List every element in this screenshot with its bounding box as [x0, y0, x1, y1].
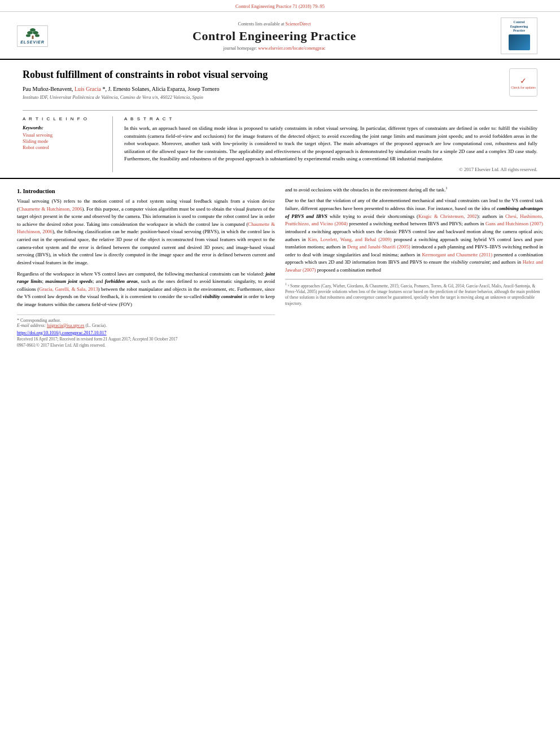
- svg-point-2: [33, 31, 38, 34]
- article-title: Robust fulfillment of constraints in rob…: [23, 68, 509, 81]
- svg-point-1: [27, 31, 33, 34]
- journal-header-center: Contents lists available at ScienceDirec…: [48, 21, 501, 51]
- elsevier-logo: ELSEVIER: [17, 25, 48, 47]
- article-area: Robust fulfillment of constraints in rob…: [0, 60, 560, 179]
- journal-citation: Control Engineering Practice 71 (2018) 7…: [235, 3, 325, 9]
- intro-para2: Regardless of the workspace in where VS …: [17, 270, 275, 309]
- email-who: (L. Gracia).: [85, 323, 107, 328]
- ref-deng[interactable]: Deng and Janabi-Sharifi (2005): [347, 244, 410, 250]
- logo-line3: Practice: [509, 29, 530, 33]
- logo-graphic: [509, 34, 530, 50]
- homepage-label: journal homepage:: [223, 46, 257, 51]
- contents-available: Contents lists available at ScienceDirec…: [59, 21, 489, 27]
- svg-point-0: [30, 28, 36, 32]
- sciencedirect-link[interactable]: ScienceDirect: [286, 21, 311, 27]
- received-line: Received 16 April 2017; Received in revi…: [17, 337, 275, 342]
- logo-line2: Engineering: [509, 25, 530, 29]
- journal-header-left: ELSEVIER: [17, 25, 48, 47]
- footnote-area: 1 ¹ Some approaches (Cazy, Wieber, Giord…: [285, 279, 543, 307]
- col-left: 1. Introduction Visual servoing (VS) ref…: [17, 186, 275, 348]
- article-authors: Pau Muñoz-Benavent, Luis Gracia *, J. Er…: [23, 86, 509, 92]
- page-container: Control Engineering Practice 71 (2018) 7…: [0, 0, 560, 747]
- doi-line: https://doi.org/10.1016/j.conengprac.201…: [17, 330, 275, 335]
- journal-logo-box: Control Engineering Practice: [501, 18, 537, 54]
- top-bar: Control Engineering Practice 71 (2018) 7…: [0, 0, 560, 12]
- check-updates-label: Check for updates: [511, 86, 536, 89]
- section1-heading: 1. Introduction: [17, 188, 275, 194]
- abstract-text: In this work, an approach based on slidi…: [124, 125, 537, 163]
- corresponding-author-note: * Corresponding author. E-mail address: …: [17, 314, 275, 328]
- ref-chaumette-link[interactable]: Chaumette & Hutchinson, 2006: [19, 206, 82, 212]
- article-info: A R T I C L E I N F O Keywords: Visual s…: [23, 116, 113, 172]
- copyright-line: © 2017 Elsevier Ltd. All rights reserved…: [124, 167, 537, 172]
- keyword-2: Sliding mode: [23, 138, 104, 144]
- article-info-abstract: A R T I C L E I N F O Keywords: Visual s…: [23, 110, 537, 172]
- intro-para-right1: and to avoid occlusions with the obstacl…: [285, 186, 543, 194]
- email-label: E-mail address:: [17, 323, 46, 328]
- keyword-1: Visual servoing: [23, 132, 104, 138]
- footnote-content: ¹ Some approaches (Cazy, Wieber, Giordan…: [285, 283, 540, 306]
- main-body: 1. Introduction Visual servoing (VS) ref…: [0, 179, 560, 353]
- svg-rect-5: [32, 36, 33, 39]
- ref-gracia-link[interactable]: Gracia, Garelli, & Sala, 2013: [39, 286, 98, 292]
- contents-label: Contents lists available at: [238, 21, 285, 27]
- journal-title: Control Engineering Practice: [59, 29, 489, 43]
- elsevier-tree-icon: [24, 28, 41, 40]
- corr-label: * Corresponding author.: [17, 318, 275, 323]
- ref-gans[interactable]: Gans and Hutchinson (2007): [485, 221, 543, 226]
- intro-para-right2: Due to the fact that the violation of an…: [285, 197, 543, 274]
- elsevier-brand-text: ELSEVIER: [20, 40, 45, 44]
- article-info-label: A R T I C L E I N F O: [23, 116, 104, 121]
- doi-link[interactable]: https://doi.org/10.1016/j.conengprac.201…: [17, 330, 107, 335]
- email-link[interactable]: luigracia@isa.upv.es: [47, 323, 84, 328]
- ref-kermorgant[interactable]: Kermorgant and Chaumette (2011): [422, 252, 493, 257]
- ref-hafez[interactable]: Hafez and Jawahar (2007): [285, 259, 543, 273]
- author-gracia-link[interactable]: Luis Gracia: [75, 86, 101, 92]
- logo-line1: Control: [509, 20, 530, 25]
- abstract-section: A B S T R A C T In this work, an approac…: [124, 116, 537, 172]
- footnote-text: 1 ¹ Some approaches (Cazy, Wieber, Giord…: [285, 282, 543, 307]
- ref-chaumette2-link[interactable]: Chaumette & Hutchinson, 2006: [17, 221, 275, 235]
- journal-header: ELSEVIER Contents lists available at Sci…: [0, 12, 560, 60]
- keywords-label: Keywords:: [23, 125, 104, 130]
- homepage-url[interactable]: www.elsevier.com/locate/conengprac: [258, 46, 325, 51]
- article-affiliation: Instituto IDF, Universitat Politècnica d…: [23, 94, 509, 100]
- svg-point-3: [26, 34, 30, 37]
- check-updates-badge: ✓ Check for updates: [509, 68, 537, 97]
- journal-homepage: journal homepage: www.elsevier.com/locat…: [59, 46, 489, 51]
- svg-point-4: [35, 34, 40, 37]
- issn-line: 0967-0661/© 2017 Elsevier Ltd. All right…: [17, 343, 275, 348]
- keyword-3: Robot control: [23, 145, 104, 150]
- col-right: and to avoid occlusions with the obstacl…: [285, 186, 543, 348]
- ref-kragic[interactable]: Kragic & Christensen, 2002: [418, 213, 477, 219]
- ref-kim[interactable]: Kim, Lovelett, Wang, and Behal (2009): [308, 237, 392, 242]
- authors-text: Pau Muñoz-Benavent, Luis Gracia *, J. Er…: [23, 86, 220, 92]
- abstract-label: A B S T R A C T: [124, 116, 537, 121]
- intro-para1: Visual servoing (VS) refers to the motio…: [17, 198, 275, 267]
- elsevier-logo-box: ELSEVIER: [17, 25, 48, 47]
- email-line: E-mail address: luigracia@isa.upv.es (L.…: [17, 323, 275, 328]
